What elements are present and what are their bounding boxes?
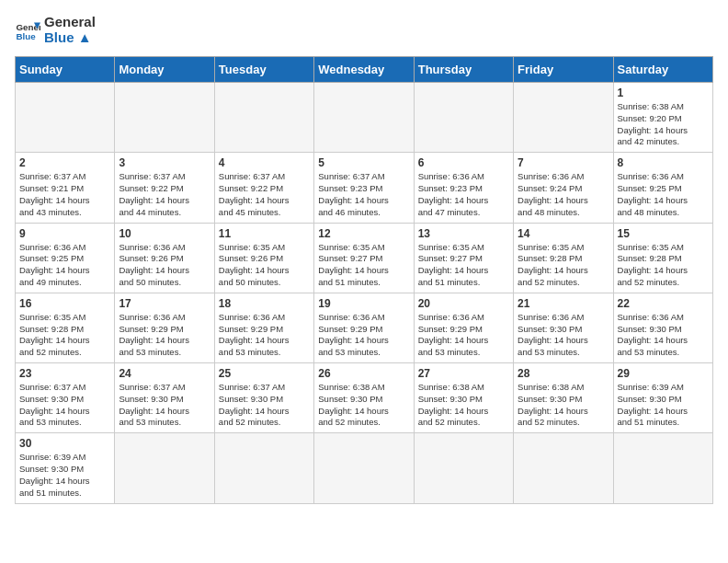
calendar-cell: 6Sunrise: 6:36 AM Sunset: 9:23 PM Daylig… [414,153,513,223]
day-info: Sunrise: 6:36 AM Sunset: 9:29 PM Dayligh… [119,312,210,359]
calendar-cell: 5Sunrise: 6:37 AM Sunset: 9:23 PM Daylig… [314,153,414,223]
calendar-cell: 10Sunrise: 6:36 AM Sunset: 9:26 PM Dayli… [115,223,214,293]
day-info: Sunrise: 6:38 AM Sunset: 9:30 PM Dayligh… [318,382,409,429]
day-info: Sunrise: 6:37 AM Sunset: 9:30 PM Dayligh… [119,382,210,429]
day-info: Sunrise: 6:37 AM Sunset: 9:23 PM Dayligh… [318,171,409,218]
calendar-cell [414,433,513,503]
calendar-cell [16,83,115,153]
day-number: 9 [19,227,110,240]
day-info: Sunrise: 6:37 AM Sunset: 9:21 PM Dayligh… [19,171,110,218]
logo-icon: General Blue [15,17,40,43]
calendar-table: SundayMondayTuesdayWednesdayThursdayFrid… [15,56,713,504]
day-number: 17 [119,297,210,310]
day-info: Sunrise: 6:35 AM Sunset: 9:28 PM Dayligh… [19,312,110,359]
header-wednesday: Wednesday [314,57,414,83]
day-number: 13 [418,227,509,240]
day-info: Sunrise: 6:36 AM Sunset: 9:30 PM Dayligh… [518,312,609,359]
header-thursday: Thursday [414,57,513,83]
calendar-cell: 23Sunrise: 6:37 AM Sunset: 9:30 PM Dayli… [16,363,115,433]
calendar-week-row: 30Sunrise: 6:39 AM Sunset: 9:30 PM Dayli… [16,433,713,503]
svg-text:Blue: Blue [16,30,36,40]
day-info: Sunrise: 6:36 AM Sunset: 9:24 PM Dayligh… [518,171,609,218]
logo: General Blue General Blue ▲ [15,15,96,45]
header-sunday: Sunday [16,57,115,83]
calendar-week-row: 1Sunrise: 6:38 AM Sunset: 9:20 PM Daylig… [16,83,713,153]
day-info: Sunrise: 6:35 AM Sunset: 9:27 PM Dayligh… [418,242,509,289]
day-number: 25 [219,367,310,380]
calendar-cell: 30Sunrise: 6:39 AM Sunset: 9:30 PM Dayli… [16,433,115,503]
calendar-cell: 27Sunrise: 6:38 AM Sunset: 9:30 PM Dayli… [414,363,513,433]
calendar-cell: 18Sunrise: 6:36 AM Sunset: 9:29 PM Dayli… [214,293,313,362]
day-info: Sunrise: 6:37 AM Sunset: 9:30 PM Dayligh… [19,382,110,429]
calendar-cell: 20Sunrise: 6:36 AM Sunset: 9:29 PM Dayli… [414,293,513,362]
logo-text-blue: Blue ▲ [44,30,96,46]
day-number: 24 [119,367,210,380]
calendar-cell: 4Sunrise: 6:37 AM Sunset: 9:22 PM Daylig… [214,153,313,223]
calendar-cell: 2Sunrise: 6:37 AM Sunset: 9:21 PM Daylig… [16,153,115,223]
day-number: 27 [418,367,509,380]
page-header: General Blue General Blue ▲ [15,15,713,45]
day-info: Sunrise: 6:36 AM Sunset: 9:29 PM Dayligh… [219,312,310,359]
calendar-cell [214,83,313,153]
day-number: 21 [518,297,609,310]
day-number: 2 [19,156,110,169]
calendar-cell [115,433,214,503]
day-info: Sunrise: 6:36 AM Sunset: 9:26 PM Dayligh… [119,242,210,289]
calendar-cell: 15Sunrise: 6:35 AM Sunset: 9:28 PM Dayli… [613,223,712,293]
calendar-cell: 26Sunrise: 6:38 AM Sunset: 9:30 PM Dayli… [314,363,414,433]
day-number: 14 [518,227,609,240]
day-number: 10 [119,227,210,240]
calendar-cell: 11Sunrise: 6:35 AM Sunset: 9:26 PM Dayli… [214,223,313,293]
day-info: Sunrise: 6:36 AM Sunset: 9:29 PM Dayligh… [418,312,509,359]
day-number: 22 [618,297,709,310]
day-info: Sunrise: 6:39 AM Sunset: 9:30 PM Dayligh… [618,382,709,429]
header-saturday: Saturday [613,57,712,83]
calendar-week-row: 2Sunrise: 6:37 AM Sunset: 9:21 PM Daylig… [16,153,713,223]
day-number: 5 [318,156,409,169]
calendar-header-row: SundayMondayTuesdayWednesdayThursdayFrid… [16,57,713,83]
day-info: Sunrise: 6:36 AM Sunset: 9:30 PM Dayligh… [618,312,709,359]
day-number: 3 [119,156,210,169]
day-info: Sunrise: 6:36 AM Sunset: 9:29 PM Dayligh… [318,312,409,359]
calendar-week-row: 16Sunrise: 6:35 AM Sunset: 9:28 PM Dayli… [16,293,713,362]
day-info: Sunrise: 6:37 AM Sunset: 9:22 PM Dayligh… [119,171,210,218]
day-info: Sunrise: 6:38 AM Sunset: 9:30 PM Dayligh… [418,382,509,429]
day-number: 11 [219,227,310,240]
day-info: Sunrise: 6:35 AM Sunset: 9:27 PM Dayligh… [318,242,409,289]
day-info: Sunrise: 6:38 AM Sunset: 9:20 PM Dayligh… [618,101,709,148]
day-info: Sunrise: 6:36 AM Sunset: 9:25 PM Dayligh… [618,171,709,218]
calendar-cell [514,83,613,153]
calendar-cell: 3Sunrise: 6:37 AM Sunset: 9:22 PM Daylig… [115,153,214,223]
calendar-cell: 12Sunrise: 6:35 AM Sunset: 9:27 PM Dayli… [314,223,414,293]
day-number: 16 [19,297,110,310]
day-number: 30 [19,437,110,450]
header-friday: Friday [514,57,613,83]
day-number: 20 [418,297,509,310]
header-tuesday: Tuesday [214,57,313,83]
day-info: Sunrise: 6:37 AM Sunset: 9:22 PM Dayligh… [219,171,310,218]
day-info: Sunrise: 6:36 AM Sunset: 9:25 PM Dayligh… [19,242,110,289]
day-number: 15 [618,227,709,240]
calendar-week-row: 9Sunrise: 6:36 AM Sunset: 9:25 PM Daylig… [16,223,713,293]
calendar-cell [514,433,613,503]
day-info: Sunrise: 6:35 AM Sunset: 9:28 PM Dayligh… [618,242,709,289]
calendar-cell: 1Sunrise: 6:38 AM Sunset: 9:20 PM Daylig… [613,83,712,153]
calendar-cell: 17Sunrise: 6:36 AM Sunset: 9:29 PM Dayli… [115,293,214,362]
day-info: Sunrise: 6:36 AM Sunset: 9:23 PM Dayligh… [418,171,509,218]
calendar-cell: 8Sunrise: 6:36 AM Sunset: 9:25 PM Daylig… [613,153,712,223]
calendar-cell: 13Sunrise: 6:35 AM Sunset: 9:27 PM Dayli… [414,223,513,293]
calendar-cell: 28Sunrise: 6:38 AM Sunset: 9:30 PM Dayli… [514,363,613,433]
day-number: 29 [618,367,709,380]
day-number: 12 [318,227,409,240]
day-info: Sunrise: 6:35 AM Sunset: 9:26 PM Dayligh… [219,242,310,289]
calendar-week-row: 23Sunrise: 6:37 AM Sunset: 9:30 PM Dayli… [16,363,713,433]
calendar-cell: 19Sunrise: 6:36 AM Sunset: 9:29 PM Dayli… [314,293,414,362]
calendar-cell [414,83,513,153]
day-number: 1 [618,86,709,99]
calendar-cell: 9Sunrise: 6:36 AM Sunset: 9:25 PM Daylig… [16,223,115,293]
day-number: 26 [318,367,409,380]
day-info: Sunrise: 6:39 AM Sunset: 9:30 PM Dayligh… [19,452,110,499]
calendar-cell: 22Sunrise: 6:36 AM Sunset: 9:30 PM Dayli… [613,293,712,362]
calendar-cell: 29Sunrise: 6:39 AM Sunset: 9:30 PM Dayli… [613,363,712,433]
calendar-cell: 24Sunrise: 6:37 AM Sunset: 9:30 PM Dayli… [115,363,214,433]
